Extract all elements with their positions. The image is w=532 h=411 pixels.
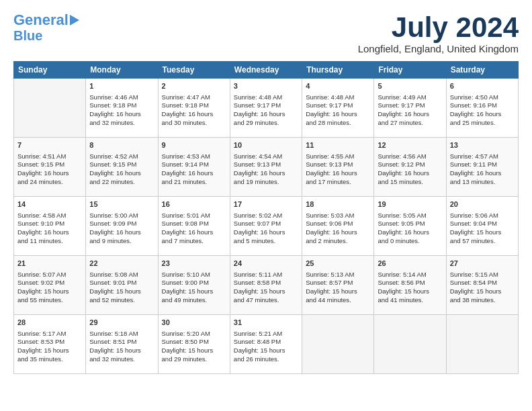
day-cell: 26Sunrise: 5:14 AM Sunset: 8:56 PM Dayli…	[374, 256, 446, 315]
day-content: Sunrise: 4:50 AM Sunset: 9:16 PM Dayligh…	[450, 93, 515, 128]
day-number: 28	[17, 318, 82, 328]
logo-arrow-icon	[70, 15, 79, 26]
day-cell: 8Sunrise: 4:52 AM Sunset: 9:15 PM Daylig…	[86, 138, 158, 197]
col-header-monday: Monday	[86, 62, 158, 79]
day-cell: 5Sunrise: 4:49 AM Sunset: 9:17 PM Daylig…	[374, 79, 446, 138]
day-content: Sunrise: 5:03 AM Sunset: 9:06 PM Dayligh…	[306, 212, 370, 246]
day-cell: 10Sunrise: 4:54 AM Sunset: 9:13 PM Dayli…	[230, 138, 302, 197]
day-content: Sunrise: 5:05 AM Sunset: 9:05 PM Dayligh…	[378, 212, 442, 246]
day-cell: 4Sunrise: 4:48 AM Sunset: 9:17 PM Daylig…	[302, 79, 374, 138]
logo-text: General	[13, 12, 69, 28]
day-cell: 13Sunrise: 4:57 AM Sunset: 9:11 PM Dayli…	[446, 138, 518, 197]
day-content: Sunrise: 5:15 AM Sunset: 8:54 PM Dayligh…	[450, 271, 515, 305]
day-cell: 7Sunrise: 4:51 AM Sunset: 9:15 PM Daylig…	[14, 138, 86, 197]
day-cell: 21Sunrise: 5:07 AM Sunset: 9:02 PM Dayli…	[14, 256, 86, 315]
day-content: Sunrise: 5:20 AM Sunset: 8:50 PM Dayligh…	[162, 330, 226, 364]
col-header-thursday: Thursday	[302, 62, 374, 79]
day-number: 19	[378, 199, 442, 210]
day-cell: 30Sunrise: 5:20 AM Sunset: 8:50 PM Dayli…	[158, 315, 230, 374]
day-content: Sunrise: 5:10 AM Sunset: 9:00 PM Dayligh…	[162, 271, 226, 305]
day-content: Sunrise: 4:54 AM Sunset: 9:13 PM Dayligh…	[234, 152, 298, 187]
day-content: Sunrise: 4:56 AM Sunset: 9:12 PM Dayligh…	[378, 152, 442, 187]
day-cell: 31Sunrise: 5:21 AM Sunset: 8:48 PM Dayli…	[230, 315, 302, 374]
day-content: Sunrise: 4:58 AM Sunset: 9:10 PM Dayligh…	[17, 212, 82, 246]
header-row: SundayMondayTuesdayWednesdayThursdayFrid…	[14, 62, 519, 79]
day-cell: 23Sunrise: 5:10 AM Sunset: 9:00 PM Dayli…	[158, 256, 230, 315]
week-row-5: 28Sunrise: 5:17 AM Sunset: 8:53 PM Dayli…	[14, 315, 519, 374]
day-cell: 29Sunrise: 5:18 AM Sunset: 8:51 PM Dayli…	[86, 315, 158, 374]
day-cell: 28Sunrise: 5:17 AM Sunset: 8:53 PM Dayli…	[14, 315, 86, 374]
month-title: July 2024	[358, 12, 519, 43]
day-cell: 11Sunrise: 4:55 AM Sunset: 9:13 PM Dayli…	[302, 138, 374, 197]
day-number: 18	[306, 199, 370, 210]
col-header-wednesday: Wednesday	[230, 62, 302, 79]
day-content: Sunrise: 4:46 AM Sunset: 9:18 PM Dayligh…	[89, 93, 154, 128]
day-number: 22	[89, 259, 154, 269]
day-cell: 3Sunrise: 4:48 AM Sunset: 9:17 PM Daylig…	[230, 79, 302, 138]
day-content: Sunrise: 4:48 AM Sunset: 9:17 PM Dayligh…	[234, 93, 298, 128]
day-number: 29	[89, 318, 154, 328]
day-content: Sunrise: 4:53 AM Sunset: 9:14 PM Dayligh…	[162, 152, 226, 187]
day-number: 26	[378, 259, 442, 269]
day-content: Sunrise: 5:13 AM Sunset: 8:57 PM Dayligh…	[306, 271, 370, 305]
day-number: 15	[89, 199, 154, 210]
day-content: Sunrise: 4:52 AM Sunset: 9:15 PM Dayligh…	[89, 152, 154, 187]
day-cell: 25Sunrise: 5:13 AM Sunset: 8:57 PM Dayli…	[302, 256, 374, 315]
day-cell: 2Sunrise: 4:47 AM Sunset: 9:18 PM Daylig…	[158, 79, 230, 138]
day-number: 31	[234, 318, 298, 328]
day-number: 20	[450, 199, 515, 210]
day-number: 24	[234, 259, 298, 269]
day-number: 25	[306, 259, 370, 269]
week-row-2: 7Sunrise: 4:51 AM Sunset: 9:15 PM Daylig…	[14, 138, 519, 197]
day-number: 9	[162, 140, 226, 150]
day-cell: 17Sunrise: 5:02 AM Sunset: 9:07 PM Dayli…	[230, 197, 302, 256]
day-cell: 14Sunrise: 4:58 AM Sunset: 9:10 PM Dayli…	[14, 197, 86, 256]
day-cell: 15Sunrise: 5:00 AM Sunset: 9:09 PM Dayli…	[86, 197, 158, 256]
day-cell: 20Sunrise: 5:06 AM Sunset: 9:04 PM Dayli…	[446, 197, 518, 256]
day-content: Sunrise: 4:55 AM Sunset: 9:13 PM Dayligh…	[306, 152, 370, 187]
day-content: Sunrise: 5:17 AM Sunset: 8:53 PM Dayligh…	[17, 330, 82, 364]
day-content: Sunrise: 5:21 AM Sunset: 8:48 PM Dayligh…	[234, 330, 298, 364]
day-cell: 22Sunrise: 5:08 AM Sunset: 9:01 PM Dayli…	[86, 256, 158, 315]
day-cell: 18Sunrise: 5:03 AM Sunset: 9:06 PM Dayli…	[302, 197, 374, 256]
day-content: Sunrise: 5:02 AM Sunset: 9:07 PM Dayligh…	[234, 212, 298, 246]
day-number: 10	[234, 140, 298, 150]
day-cell	[302, 315, 374, 374]
day-content: Sunrise: 5:14 AM Sunset: 8:56 PM Dayligh…	[378, 271, 442, 305]
day-number: 4	[306, 81, 370, 91]
day-number: 11	[306, 140, 370, 150]
page: General Blue July 2024 Longfield, Englan…	[0, 0, 532, 381]
day-content: Sunrise: 4:51 AM Sunset: 9:15 PM Dayligh…	[17, 152, 82, 187]
location: Longfield, England, United Kingdom	[358, 43, 519, 54]
day-cell: 27Sunrise: 5:15 AM Sunset: 8:54 PM Dayli…	[446, 256, 518, 315]
day-number: 7	[17, 140, 82, 150]
day-cell: 16Sunrise: 5:01 AM Sunset: 9:08 PM Dayli…	[158, 197, 230, 256]
day-cell: 19Sunrise: 5:05 AM Sunset: 9:05 PM Dayli…	[374, 197, 446, 256]
day-number: 21	[17, 259, 82, 269]
day-number: 3	[234, 81, 298, 91]
day-cell: 6Sunrise: 4:50 AM Sunset: 9:16 PM Daylig…	[446, 79, 518, 138]
day-content: Sunrise: 4:49 AM Sunset: 9:17 PM Dayligh…	[378, 93, 442, 128]
day-number: 13	[450, 140, 515, 150]
day-cell	[446, 315, 518, 374]
day-content: Sunrise: 5:06 AM Sunset: 9:04 PM Dayligh…	[450, 212, 515, 246]
day-cell	[374, 315, 446, 374]
day-number: 16	[162, 199, 226, 210]
col-header-friday: Friday	[374, 62, 446, 79]
day-content: Sunrise: 5:00 AM Sunset: 9:09 PM Dayligh…	[89, 212, 154, 246]
day-number: 23	[162, 259, 226, 269]
week-row-4: 21Sunrise: 5:07 AM Sunset: 9:02 PM Dayli…	[14, 256, 519, 315]
col-header-saturday: Saturday	[446, 62, 518, 79]
day-number: 6	[450, 81, 515, 91]
day-number: 27	[450, 259, 515, 269]
day-content: Sunrise: 4:47 AM Sunset: 9:18 PM Dayligh…	[162, 93, 226, 128]
col-header-sunday: Sunday	[14, 62, 86, 79]
week-row-1: 1Sunrise: 4:46 AM Sunset: 9:18 PM Daylig…	[14, 79, 519, 138]
day-content: Sunrise: 5:01 AM Sunset: 9:08 PM Dayligh…	[162, 212, 226, 246]
header: General Blue July 2024 Longfield, Englan…	[13, 12, 519, 54]
day-content: Sunrise: 4:57 AM Sunset: 9:11 PM Dayligh…	[450, 152, 515, 187]
day-number: 12	[378, 140, 442, 150]
title-area: July 2024 Longfield, England, United Kin…	[358, 12, 519, 54]
col-header-tuesday: Tuesday	[158, 62, 230, 79]
day-content: Sunrise: 5:11 AM Sunset: 8:58 PM Dayligh…	[234, 271, 298, 305]
